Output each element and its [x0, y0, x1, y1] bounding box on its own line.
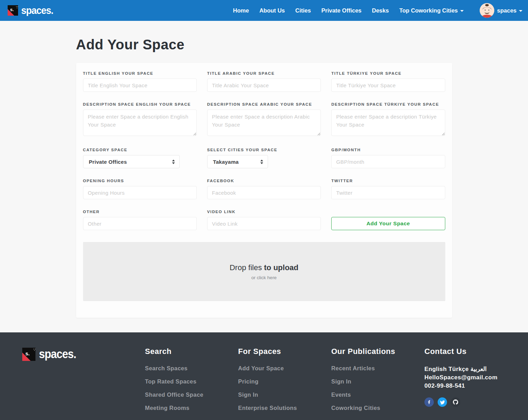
footer-link-sign-in[interactable]: Sign In — [238, 391, 331, 398]
chevron-down-icon — [519, 10, 522, 12]
facebook-input[interactable] — [207, 186, 321, 199]
footer-link-add-your-space[interactable]: Add Your Space — [238, 365, 331, 372]
brand-logo-icon: s. — [8, 5, 18, 16]
contact-email: HelloSpaces@gmail.com — [424, 373, 528, 382]
footer: s. spaces. Search Search Spaces Top Rate… — [0, 332, 528, 420]
select-updown-icon — [260, 160, 263, 164]
footer-brand-logo-icon: s. — [22, 348, 35, 361]
github-icon[interactable] — [451, 397, 460, 407]
twitter-input[interactable] — [331, 186, 445, 199]
footer-brand-wordmark: spaces. — [39, 347, 76, 361]
video-link-input[interactable] — [207, 217, 321, 230]
footer-link-recent-articles[interactable]: Recent Articles — [331, 365, 424, 372]
dropzone-title: Drop files to upload — [229, 263, 298, 272]
twitter-icon[interactable] — [438, 397, 447, 407]
dropzone-subtitle: or click here — [251, 275, 277, 280]
footer-link-sign-in-publications[interactable]: Sign In — [331, 378, 424, 385]
other-input[interactable] — [83, 217, 197, 230]
page-title: Add Your Space — [76, 37, 452, 52]
footer-brand-logo[interactable]: s. spaces. — [22, 348, 145, 361]
opening-hours-label: OPENING HOURS — [83, 179, 197, 183]
other-label: OTHER — [83, 210, 197, 214]
title-arabic-label: TITLE ARABIC YOUR SPACE — [207, 71, 321, 75]
user-label: spaces — [497, 7, 522, 14]
nav-item-desks[interactable]: Desks — [372, 7, 389, 14]
facebook-label: FACEBOOK — [207, 179, 321, 183]
title-turkiye-label: TITLE TÜRKIYE YOUR SPACE — [331, 71, 445, 75]
nav-item-cities[interactable]: Cities — [295, 7, 311, 14]
contact-languages: English Türkçe العربية — [424, 365, 528, 373]
footer-heading-our-publications: Our Publications — [331, 347, 424, 356]
footer-link-search-spaces[interactable]: Search Spaces — [145, 365, 238, 372]
video-link-label: VIDEO LINK — [207, 210, 321, 214]
description-turkiye-textarea[interactable] — [331, 110, 445, 136]
footer-link-shared-office-space[interactable]: Shared Office Space — [145, 391, 238, 398]
title-english-label: TITLE ENGLISH YOUR SPACE — [83, 71, 197, 75]
add-space-form-card: TITLE ENGLISH YOUR SPACE TITLE ARABIC YO… — [76, 63, 452, 318]
nav-item-home[interactable]: Home — [233, 7, 249, 14]
title-english-input[interactable] — [83, 79, 197, 92]
twitter-label: TWITTER — [331, 179, 445, 183]
select-cities-label: SELECT CITIES YOUR SPACE — [207, 148, 321, 152]
category-space-select[interactable]: Private Offices — [83, 155, 180, 168]
footer-link-coworking-cities[interactable]: Coworking Cities — [331, 405, 424, 411]
description-arabic-textarea[interactable] — [207, 110, 321, 136]
user-menu[interactable]: spaces — [480, 3, 522, 18]
footer-heading-contact-us: Contact Us — [424, 347, 528, 356]
add-your-space-button[interactable]: Add Your Space — [331, 217, 445, 230]
chevron-down-icon — [460, 10, 464, 12]
facebook-icon[interactable] — [424, 397, 434, 407]
description-english-textarea[interactable] — [83, 110, 197, 136]
brand-wordmark: spaces. — [21, 5, 53, 17]
description-arabic-label: DESCRIPTION SPACE ARABIC YOUR SPACE — [207, 102, 321, 106]
avatar — [480, 3, 494, 18]
select-updown-icon — [172, 160, 175, 164]
nav-item-about-us[interactable]: About Us — [259, 7, 285, 14]
nav-menu: Home About Us Cities Private Offices Des… — [233, 3, 522, 18]
gbp-month-label: GBP/MONTH — [331, 148, 445, 152]
footer-heading-for-spaces: For Spaces — [238, 347, 331, 356]
footer-link-meeting-rooms[interactable]: Meeting Rooms — [145, 405, 238, 411]
contact-phone: 002-99-88-541 — [424, 382, 528, 390]
footer-link-events[interactable]: Events — [331, 391, 424, 398]
description-turkiye-label: DESCRIPTION SPACE TÜRKIYE YOUR SPACE — [331, 102, 445, 106]
description-english-label: DESCRIPTION SPACE ENGLISH YOUR SPACE — [83, 102, 197, 106]
navbar: s. spaces. Home About Us Cities Private … — [0, 0, 528, 21]
footer-link-top-rated-spaces[interactable]: Top Rated Spaces — [145, 378, 238, 385]
title-arabic-input[interactable] — [207, 79, 321, 92]
nav-item-top-coworking-cities[interactable]: Top Coworking Cities — [399, 7, 464, 14]
opening-hours-input[interactable] — [83, 186, 197, 199]
footer-heading-search: Search — [145, 347, 238, 356]
category-space-label: CATEGORY SPACE — [83, 148, 197, 152]
nav-item-private-offices[interactable]: Private Offices — [321, 7, 362, 14]
footer-link-enterprise-solutions[interactable]: Enterprise Solutions — [238, 405, 331, 411]
footer-link-pricing[interactable]: Pricing — [238, 378, 331, 385]
gbp-month-input[interactable] — [331, 155, 445, 168]
brand-logo[interactable]: s. spaces. — [8, 5, 53, 16]
select-cities-select[interactable]: Takayama — [207, 155, 268, 168]
file-upload-dropzone[interactable]: Drop files to upload or click here — [83, 242, 445, 301]
title-turkiye-input[interactable] — [331, 79, 445, 92]
main-content: Add Your Space TITLE ENGLISH YOUR SPACE … — [76, 21, 452, 325]
